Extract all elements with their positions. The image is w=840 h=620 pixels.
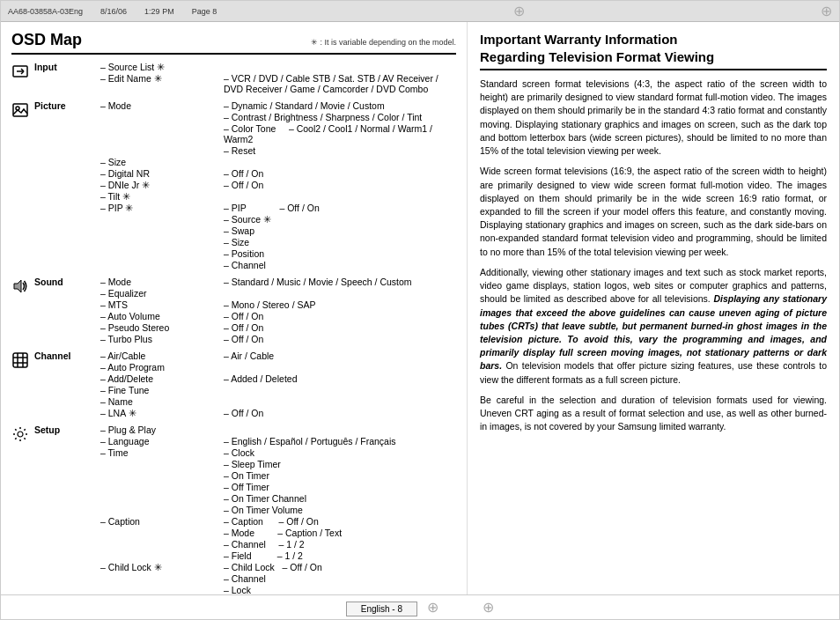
asterisk-note: ✳ : It is variable depending on the mode…	[311, 38, 456, 47]
svg-point-12	[18, 432, 23, 437]
input-row2-right: – VCR / DVD / Cable STB / Sat. STB / AV …	[224, 73, 456, 94]
left-panel: OSD Map ✳ : It is variable depending on …	[1, 22, 468, 594]
pic-row-source: – Source ✳	[100, 214, 456, 225]
setup-row-ontimerchan: – On Timer Channel	[100, 493, 456, 504]
pic-row-dnie: – DNIe Jr ✳ – Off / On	[100, 180, 456, 190]
doc-time: 1:29 PM	[144, 7, 174, 16]
input-row2-left: – Edit Name ✳	[100, 73, 224, 94]
sound-row-avol: – Auto Volume – Off / On	[100, 311, 456, 321]
pic-row-pip-size: – Size	[100, 237, 456, 247]
pic-row-mode: – Mode – Dynamic / Standard / Movie / Cu…	[100, 100, 456, 111]
setup-row-pnp: – Plug & Play	[100, 424, 456, 435]
picture-label: Picture	[34, 100, 100, 271]
pic-row-pip: – PIP ✳ – PIP – Off / On	[100, 203, 456, 213]
pic-row-reset: – Reset	[100, 145, 456, 156]
input-content: – Source List ✳ – Edit Name ✳ – VCR / DV…	[100, 62, 456, 95]
setup-row-caption-chan: – Channel – 1 / 2	[100, 539, 456, 550]
sound-row-mode: – Mode – Standard / Music / Movie / Spee…	[100, 277, 456, 287]
sound-row-turbo: – Turbo Plus – Off / On	[100, 334, 456, 344]
section-sound: Sound – Mode – Standard / Music / Movie …	[11, 277, 456, 345]
page-number: English - 8	[346, 602, 417, 616]
sound-label: Sound	[34, 277, 100, 345]
chan-row-aircable: – Air/Cable – Air / Cable	[100, 351, 456, 361]
setup-row-lock: – Lock	[100, 585, 456, 594]
svg-marker-6	[14, 280, 21, 292]
input-label: Input	[34, 62, 100, 95]
setup-label: Setup	[34, 424, 100, 594]
right-panel: Important Warranty InformationRegarding …	[468, 22, 839, 594]
pic-row-position: – Position	[100, 248, 456, 259]
content-area: OSD Map ✳ : It is variable depending on …	[1, 22, 839, 594]
setup-row-lang: – Language – English / Español / Portugu…	[100, 436, 456, 447]
section-setup: Setup – Plug & Play – Language – English…	[11, 424, 456, 594]
footer: English - 8 ⊕ ⊕	[1, 594, 839, 619]
doc-date: 8/16/06	[100, 7, 127, 16]
channel-content: – Air/Cable – Air / Cable – Auto Program…	[100, 351, 456, 419]
chan-row-autoprog: – Auto Program	[100, 362, 456, 373]
pic-row-size: – Size	[100, 157, 456, 167]
crosshair-top-right: ⊕	[821, 3, 832, 19]
pic-row-tilt: – Tilt ✳	[100, 191, 456, 202]
picture-icon	[11, 100, 34, 271]
page: AA68-03858A-03Eng 8/16/06 1:29 PM Page 8…	[0, 0, 840, 620]
setup-row-offtimer: – Off Timer	[100, 482, 456, 492]
top-bar: AA68-03858A-03Eng 8/16/06 1:29 PM Page 8…	[1, 1, 839, 22]
setup-row-caption: – Caption – Caption – Off / On	[100, 516, 456, 527]
input-row1-left: – Source List ✳	[100, 62, 224, 72]
osd-title: OSD Map ✳ : It is variable depending on …	[11, 31, 456, 55]
section-channel: Channel – Air/Cable – Air / Cable – Auto…	[11, 351, 456, 419]
warranty-para-3: Additionally, viewing other stationary i…	[480, 266, 827, 387]
pic-row-color-tone: – Color Tone – Cool2 / Cool1 / Normal / …	[100, 123, 456, 144]
setup-row-sleep: – Sleep Timer	[100, 459, 456, 469]
setup-icon	[11, 424, 34, 594]
setup-row-time: – Time – Clock	[100, 447, 456, 458]
input-icon	[11, 62, 34, 95]
setup-row-ontimervol: – On Timer Volume	[100, 505, 456, 515]
chan-row-lna: – LNA ✳ – Off / On	[100, 408, 456, 418]
osd-title-text: OSD Map	[11, 31, 82, 49]
pic-row-contrast: – Contrast / Brightness / Sharpness / Co…	[100, 112, 456, 122]
crosshair-bottom-right: ⊕	[483, 600, 494, 615]
input-row-1: – Source List ✳	[100, 62, 456, 72]
pic-row-channel: – Channel	[100, 260, 456, 270]
input-row-2: – Edit Name ✳ – VCR / DVD / Cable STB / …	[100, 73, 456, 94]
warranty-para-2: Wide screen format televisions (16:9, th…	[480, 165, 827, 259]
sound-row-eq: – Equalizer	[100, 288, 456, 299]
doc-page: Page 8	[192, 7, 217, 16]
input-row1-right	[224, 62, 456, 72]
warranty-title: Important Warranty InformationRegarding …	[480, 31, 827, 70]
crosshair-bottom-left: ⊕	[427, 600, 438, 615]
sound-content: – Mode – Standard / Music / Movie / Spee…	[100, 277, 456, 345]
setup-content: – Plug & Play – Language – English / Esp…	[100, 424, 456, 594]
channel-icon	[11, 351, 34, 419]
chan-row-adddel: – Add/Delete – Added / Deleted	[100, 373, 456, 384]
setup-row-childlock-chan: – Channel	[100, 573, 456, 584]
crosshair-top: ⊕	[234, 3, 803, 19]
chan-row-finetune: – Fine Tune	[100, 385, 456, 395]
pic-row-dnr: – Digital NR – Off / On	[100, 168, 456, 179]
pic-row-swap: – Swap	[100, 225, 456, 236]
sound-row-mts: – MTS – Mono / Stereo / SAP	[100, 299, 456, 310]
setup-row-ontimer: – On Timer	[100, 470, 456, 481]
section-picture: Picture – Mode – Dynamic / Standard / Mo…	[11, 100, 456, 271]
setup-row-childlock: – Child Lock ✳ – Child Lock – Off / On	[100, 562, 456, 572]
setup-row-caption-mode: – Mode – Caption / Text	[100, 528, 456, 538]
doc-ref: AA68-03858A-03Eng	[8, 7, 83, 16]
channel-label: Channel	[34, 351, 100, 419]
picture-content: – Mode – Dynamic / Standard / Movie / Cu…	[100, 100, 456, 271]
setup-row-caption-field: – Field – 1 / 2	[100, 550, 456, 561]
section-input: Input – Source List ✳ – Edit Name ✳ – VC…	[11, 62, 456, 95]
chan-row-name: – Name	[100, 396, 456, 407]
sound-row-pseudo: – Pseudo Stereo – Off / On	[100, 322, 456, 333]
warranty-para-1: Standard screen format televisions (4:3,…	[480, 78, 827, 158]
sound-icon	[11, 277, 34, 345]
warranty-para-4: Be careful in the selection and duration…	[480, 394, 827, 434]
svg-rect-7	[13, 353, 27, 367]
